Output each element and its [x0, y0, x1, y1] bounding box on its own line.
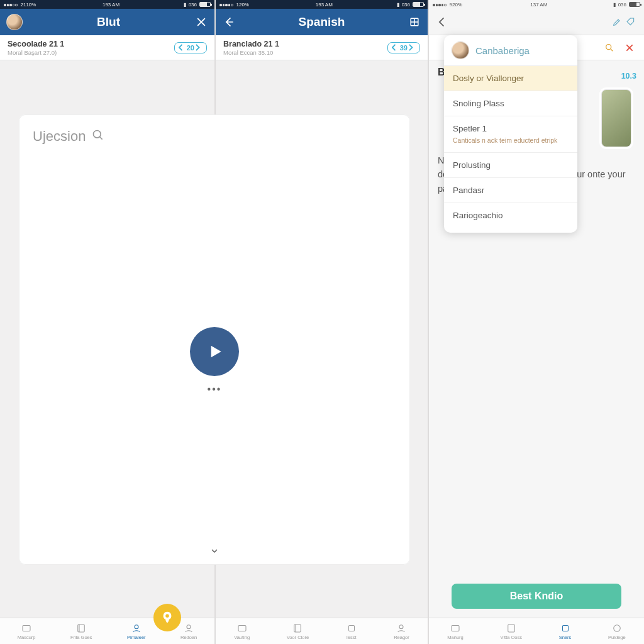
nav-label: Puldege	[608, 635, 626, 640]
clock: 193 AM	[103, 2, 119, 8]
svg-point-14	[94, 131, 101, 138]
bottom-nav: Manurg Vitta Ooss Snars Puldege	[429, 618, 644, 644]
dropdown-item[interactable]: Snoling Plass	[444, 91, 577, 116]
bottom-nav: Mascurp Frila Goes Pimaleer Redoan	[0, 618, 214, 644]
nav-label: Vitta Ooss	[501, 635, 522, 640]
carrier-pct: 120%	[236, 2, 249, 8]
chevron-down-icon[interactable]	[209, 546, 219, 558]
svg-rect-12	[562, 625, 568, 631]
header	[429, 9, 644, 35]
avatar	[452, 42, 469, 59]
svg-point-4	[165, 614, 169, 618]
lesson-meta: Moral Eccan 35.10	[223, 49, 279, 56]
avatar[interactable]	[6, 14, 23, 30]
close-icon[interactable]	[194, 15, 208, 29]
nav-item-2[interactable]: Frila Goes	[70, 623, 92, 640]
status-bar: 2110% 193 AM ▮036	[0, 0, 214, 9]
signal-icon: ▮	[397, 2, 399, 8]
nav-item-4[interactable]: Puldege	[608, 623, 626, 640]
play-button[interactable]	[190, 327, 239, 376]
nav-item-4[interactable]: Redoan	[180, 623, 197, 640]
pill-value: 20	[187, 44, 194, 52]
tag-icon[interactable]	[624, 15, 638, 29]
nav-label: Manurg	[447, 635, 463, 640]
clock: 193 AM	[316, 2, 333, 8]
nav-item-2[interactable]: Vitta Ooss	[501, 623, 522, 640]
dropdown-header[interactable]: Canbaberiga	[444, 35, 577, 66]
svg-point-9	[606, 44, 611, 49]
nav-item-2[interactable]: Voor Clore	[287, 623, 309, 640]
nav-item-1[interactable]: Mascurp	[18, 623, 36, 640]
count-pill[interactable]: 20	[174, 42, 207, 53]
header: Blut	[0, 9, 214, 35]
back-icon[interactable]	[222, 15, 236, 29]
score: 10.3	[621, 72, 636, 80]
nav-label: Redoan	[180, 635, 197, 640]
lesson-title: Branclado 21 1	[223, 40, 279, 48]
dropdown-item[interactable]: Pandasr	[444, 178, 577, 203]
batt-pct: 036	[618, 2, 626, 8]
nav-label: Voor Clore	[287, 635, 309, 640]
nav-item-3[interactable]: Snars	[559, 623, 572, 640]
batt-pct: 036	[402, 2, 410, 8]
nav-label: Reagor	[394, 635, 409, 640]
lesson-meta: Moral Başart 27.0)	[8, 49, 64, 56]
dropdown-menu: Canbaberiga Dosly or ViallongerSnoling P…	[444, 35, 577, 233]
nav-item-1[interactable]: Manurg	[447, 623, 463, 640]
nav-item-1[interactable]: Vauting	[234, 623, 250, 640]
svg-rect-10	[452, 625, 459, 631]
svg-point-8	[399, 625, 403, 628]
nav-label: Frila Goes	[70, 635, 92, 640]
search-icon[interactable]	[92, 129, 104, 144]
svg-point-2	[135, 625, 138, 628]
dropdown-item[interactable]: Spetler 1Canticals n ack teim educterd e…	[444, 116, 577, 153]
nav-item-3[interactable]: Iesst	[346, 623, 357, 640]
status-bar: 120% 193 AM ▮036	[216, 0, 428, 9]
dropdown-item-sub: Canticals n ack teim educterd etripk	[453, 136, 569, 145]
dropdown-item[interactable]: Prolusting	[444, 153, 577, 178]
svg-rect-1	[78, 625, 85, 632]
nav-item-4[interactable]: Reagor	[394, 623, 409, 640]
close-icon[interactable]	[623, 41, 636, 55]
edit-icon[interactable]	[610, 15, 624, 29]
search-icon[interactable]	[602, 41, 616, 55]
dropdown-item[interactable]: Rariogeachio	[444, 203, 577, 228]
pin-fab[interactable]	[153, 604, 181, 631]
count-pill[interactable]: 39	[387, 42, 420, 53]
more-icon[interactable]: •••	[208, 384, 222, 395]
svg-rect-6	[294, 625, 301, 632]
back-icon[interactable]	[435, 15, 449, 29]
battery-icon	[199, 2, 211, 7]
thumbnail[interactable]	[601, 89, 631, 147]
search-placeholder: Ujecsion	[33, 128, 86, 145]
bottom-nav: Vauting Voor Clore Iesst Reagor	[216, 618, 428, 644]
svg-point-3	[187, 625, 191, 628]
nav-item-3[interactable]: Pimaleer	[127, 623, 146, 640]
svg-rect-0	[23, 625, 30, 631]
svg-rect-11	[508, 625, 515, 632]
nav-label: Vauting	[234, 635, 250, 640]
svg-point-13	[614, 625, 621, 631]
signal-icon: ▮	[184, 2, 186, 8]
battery-icon	[629, 2, 640, 7]
cta-label: Best Kndio	[510, 591, 563, 602]
carrier-pct: 920%	[450, 2, 462, 8]
page-title: Spanish	[299, 15, 345, 29]
battery-icon	[413, 2, 424, 7]
page-title: Blut	[97, 15, 120, 29]
pill-value: 39	[400, 44, 408, 52]
player-card: Ujecsion •••	[19, 114, 410, 565]
sub-header: Secoolade 21 1 Moral Başart 27.0) 20	[0, 35, 214, 60]
svg-rect-5	[238, 625, 246, 631]
nav-label: Mascurp	[18, 635, 36, 640]
status-bar: 920% 137 AM ▮036	[429, 0, 644, 9]
clock: 137 AM	[530, 2, 547, 8]
dropdown-title: Canbaberiga	[475, 45, 530, 56]
sub-header: Branclado 21 1 Moral Eccan 35.10 39	[216, 35, 428, 60]
grid-icon[interactable]	[408, 15, 421, 29]
dropdown-item[interactable]: Dosly or Viallonger	[444, 66, 577, 91]
cta-button[interactable]: Best Kndio	[452, 584, 621, 609]
svg-rect-7	[348, 625, 354, 631]
carrier-pct: 2110%	[21, 2, 36, 8]
nav-label: Snars	[559, 635, 572, 640]
